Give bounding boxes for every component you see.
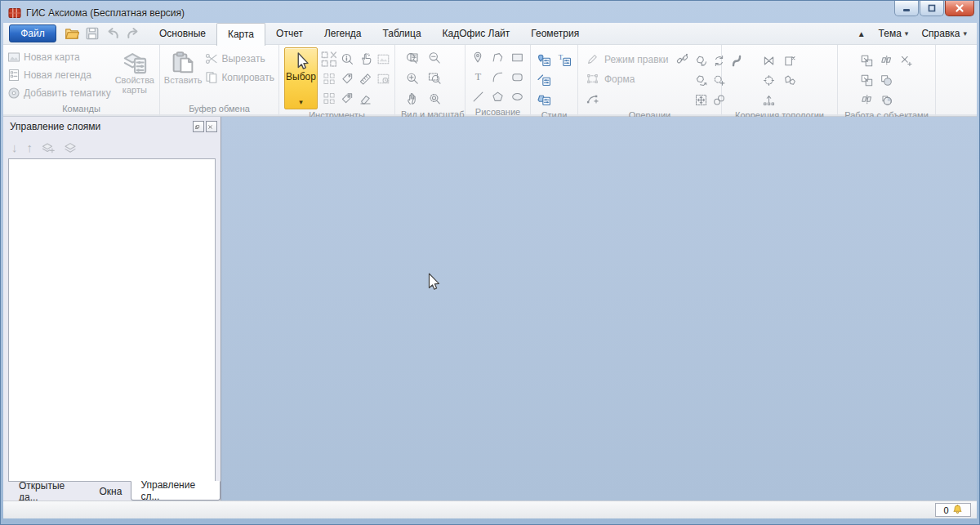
node-up-icon[interactable] (760, 91, 777, 109)
float-panel-icon[interactable] (193, 121, 204, 132)
new-legend-label: Новая легенда (24, 69, 91, 81)
point-style-icon[interactable] (535, 52, 552, 69)
tab-osnovnye[interactable]: Основные (149, 23, 216, 45)
add-layer-icon[interactable] (42, 141, 55, 154)
paste-icon (172, 50, 194, 74)
region-style-icon[interactable] (535, 91, 552, 109)
ribbon-tab-bar: Файл Основные Карта Отчет Легенда Таблиц… (3, 23, 977, 45)
shape-button[interactable] (584, 70, 601, 87)
add-node-icon[interactable] (584, 90, 601, 107)
magnifier-dotted-icon[interactable] (425, 90, 443, 107)
parallelogram-split-alt-icon[interactable] (858, 91, 875, 109)
tab-geometriya[interactable]: Геометрия (520, 23, 590, 45)
pan-hand-icon[interactable] (403, 90, 421, 107)
polygon-pair-icon[interactable] (782, 72, 799, 89)
move-cross-icon[interactable] (693, 91, 710, 109)
arc-icon[interactable] (489, 69, 506, 86)
map-properties-button[interactable]: Свойства карты (113, 47, 157, 103)
maximize-button[interactable] (920, 1, 944, 16)
rect-delete-icon[interactable] (782, 52, 799, 69)
pie-overlap-icon[interactable] (878, 91, 895, 109)
minimize-button[interactable] (894, 1, 919, 16)
help-menu[interactable]: Справка▾ (921, 28, 967, 39)
ribbon-group-clipboard: Вставить Вырезать Копировать Буфер обмен… (160, 45, 279, 116)
rectangle-icon[interactable] (509, 49, 526, 66)
paste-label: Вставить (164, 75, 203, 85)
move-down-icon[interactable]: ↓ (11, 140, 18, 154)
magnifier-minus-icon[interactable] (425, 49, 443, 66)
magnifier-plus-icon[interactable] (403, 69, 421, 87)
paste-button[interactable]: Вставить (163, 47, 203, 103)
select-tool-dropdown[interactable]: ▾ (299, 82, 303, 109)
line-style-icon[interactable] (535, 72, 552, 89)
rounded-rectangle-icon[interactable] (509, 69, 526, 86)
dashed-circle-arrows-icon[interactable] (760, 72, 777, 89)
add-thematic-button[interactable]: Добавить тематику (7, 86, 111, 101)
ruler-icon[interactable] (357, 70, 374, 87)
polygon-rotate-icon[interactable] (693, 52, 710, 69)
scissors-icon (205, 52, 218, 65)
tab-open-data[interactable]: Открытые да... (10, 482, 91, 501)
new-map-button[interactable]: Новая карта (7, 50, 111, 65)
marquee-deselect-icon[interactable] (321, 51, 338, 68)
raster-clock-icon[interactable] (375, 70, 392, 87)
parallelogram-split-icon[interactable] (878, 52, 895, 69)
redo-icon[interactable] (126, 26, 140, 41)
magnifier-doc-icon[interactable] (403, 49, 421, 66)
undo-icon[interactable] (105, 26, 120, 41)
tab-windows[interactable]: Окна (91, 482, 131, 501)
marquee-all-icon[interactable] (321, 90, 338, 107)
edit-mode-button[interactable] (584, 51, 601, 68)
tab-karta[interactable]: Карта (216, 23, 265, 46)
line-icon[interactable] (470, 88, 487, 105)
copy-button[interactable]: Копировать (205, 69, 274, 85)
magnifier-marquee-icon[interactable] (425, 69, 443, 87)
add-thematic-label: Добавить тематику (24, 87, 111, 99)
group-label-clipboard: Буфер обмена (163, 103, 276, 116)
link-icon[interactable] (674, 51, 691, 68)
select-tool-button[interactable]: Выбор ▾ (284, 47, 318, 109)
polygon-icon[interactable] (489, 88, 506, 105)
close-button[interactable] (945, 1, 974, 16)
layers-icon[interactable] (64, 141, 77, 154)
save-icon[interactable] (85, 26, 100, 41)
polygon-arrow-icon[interactable] (693, 72, 710, 89)
move-up-icon[interactable]: ↑ (27, 140, 33, 154)
tab-tablitsa[interactable]: Таблица (372, 23, 432, 45)
eraser-icon[interactable] (357, 90, 374, 107)
layer-list[interactable] (8, 158, 216, 482)
tab-layer-control[interactable]: Управление сл... (131, 481, 220, 501)
file-menu-button[interactable]: Файл (9, 24, 56, 42)
open-folder-icon[interactable] (65, 26, 79, 41)
map-canvas[interactable] (221, 117, 977, 501)
tab-otchet[interactable]: Отчет (265, 23, 314, 45)
rects-merge-alt-icon[interactable] (858, 72, 875, 89)
map-pin-icon[interactable] (470, 49, 487, 66)
tab-kadofis-layt[interactable]: КадОфис Лайт (432, 23, 521, 45)
x-plus-icon[interactable] (898, 52, 915, 69)
copy-label: Копировать (221, 72, 274, 83)
cut-button[interactable]: Вырезать (205, 51, 274, 66)
rects-merge-icon[interactable] (858, 52, 875, 69)
circle-overlap-icon[interactable] (878, 72, 895, 89)
crossed-polygon-icon[interactable] (760, 52, 777, 69)
theme-menu[interactable]: Тема▾ (879, 28, 909, 39)
notification-counter[interactable]: 0 (935, 503, 971, 517)
marquee-invert-icon[interactable] (321, 70, 338, 87)
tab-legenda[interactable]: Легенда (314, 23, 372, 45)
raster-select-icon[interactable] (375, 51, 392, 68)
tag-icon[interactable] (339, 70, 356, 87)
ribbon-group-view: Вид и масштаб (395, 45, 466, 116)
close-panel-icon[interactable] (206, 121, 217, 132)
text-style-icon[interactable]: T (555, 52, 572, 69)
polyline-icon[interactable] (489, 49, 506, 66)
shape-label: Форма (604, 73, 635, 85)
menu-right: ▲ Тема▾ Справка▾ (858, 28, 977, 39)
new-legend-button[interactable]: Новая легенда (7, 68, 111, 83)
ellipse-icon[interactable] (509, 88, 526, 105)
text-tool-icon[interactable]: T (470, 69, 487, 86)
info-cursor-icon[interactable] (339, 51, 356, 68)
tags-icon[interactable] (339, 90, 356, 107)
collapse-ribbon-icon[interactable]: ▲ (858, 29, 866, 38)
pointing-hand-icon[interactable] (357, 51, 374, 68)
